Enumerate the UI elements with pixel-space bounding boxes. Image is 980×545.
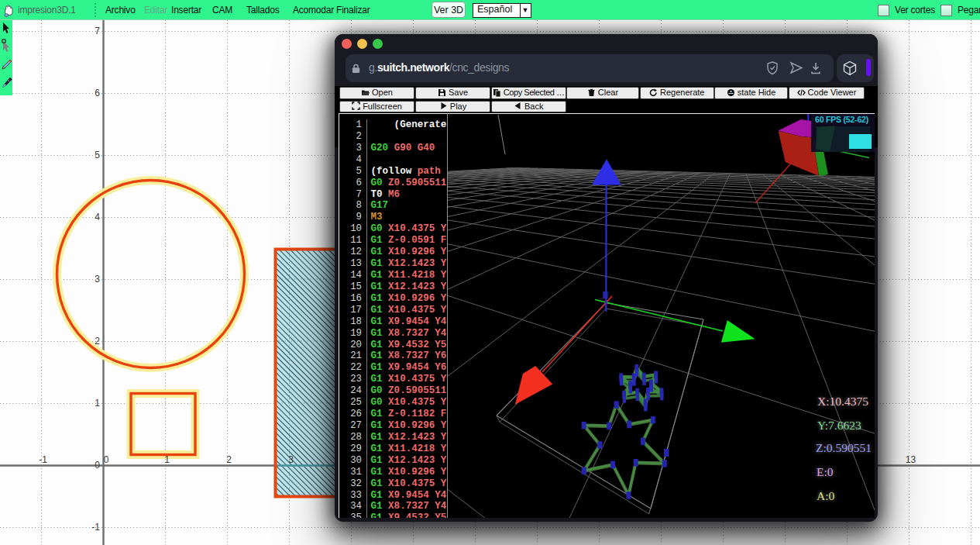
svg-text:2: 2 xyxy=(95,336,100,347)
svg-text:2: 2 xyxy=(226,454,232,465)
svg-text:-1: -1 xyxy=(91,522,100,533)
svg-text:13: 13 xyxy=(906,454,916,465)
svg-text:3: 3 xyxy=(288,454,294,465)
svg-text:5: 5 xyxy=(95,150,100,160)
svg-text:7: 7 xyxy=(95,26,100,36)
svg-text:6: 6 xyxy=(95,88,100,98)
svg-text:4: 4 xyxy=(95,212,100,222)
svg-text:1: 1 xyxy=(95,398,100,409)
svg-text:0: 0 xyxy=(95,460,100,471)
svg-text:-1: -1 xyxy=(39,454,47,465)
svg-text:0: 0 xyxy=(104,454,109,465)
svg-text:3: 3 xyxy=(95,274,100,285)
svg-text:1: 1 xyxy=(164,454,170,465)
